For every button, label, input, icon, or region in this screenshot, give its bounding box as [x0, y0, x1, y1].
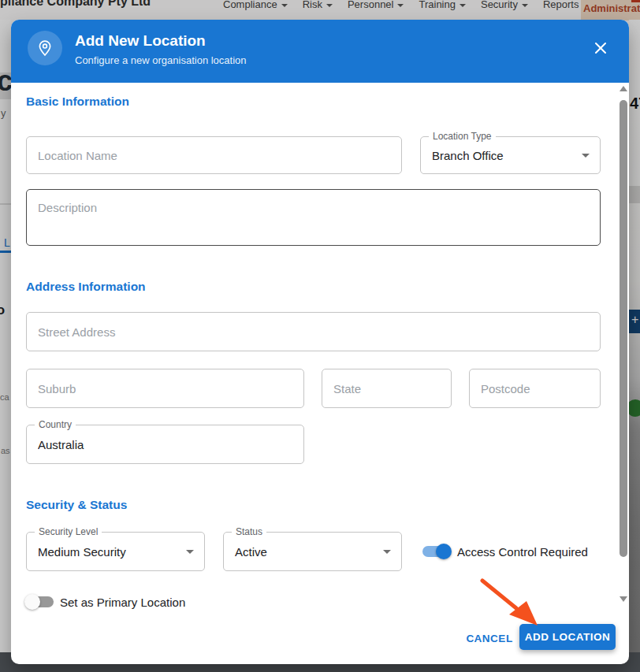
close-icon[interactable]	[588, 35, 613, 61]
status-label: Status	[232, 526, 266, 537]
dialog-header: Add New Location Configure a new organis…	[11, 20, 629, 83]
postcode-field[interactable]	[469, 369, 601, 408]
location-pin-icon	[28, 31, 62, 65]
country-input[interactable]	[27, 425, 303, 463]
state-field[interactable]	[322, 369, 452, 408]
access-control-toggle[interactable]	[422, 546, 449, 557]
modal-scrollbar[interactable]	[619, 86, 628, 659]
postcode-input[interactable]	[470, 369, 600, 407]
dropdown-arrow-icon	[186, 550, 194, 554]
toggle-thumb	[436, 544, 452, 559]
state-input[interactable]	[322, 369, 451, 407]
screen: pliance Company Pty Ltd Compliance Risk …	[0, 0, 640, 672]
location-type-select[interactable]: Location Type Branch Office	[420, 136, 601, 174]
toggle-thumb	[24, 594, 40, 610]
primary-location-toggle[interactable]	[27, 596, 54, 607]
location-name-input[interactable]	[27, 137, 401, 173]
dialog-title: Add New Location	[75, 32, 206, 50]
status-value: Active	[235, 545, 267, 559]
location-name-field[interactable]	[26, 136, 402, 174]
scrollbar-thumb[interactable]	[620, 100, 627, 557]
add-location-dialog: Add New Location Configure a new organis…	[11, 20, 629, 664]
add-location-button[interactable]: ADD LOCATION	[519, 624, 616, 650]
location-type-label: Location Type	[429, 131, 496, 142]
primary-location-label: Set as Primary Location	[60, 596, 185, 609]
security-level-select[interactable]: Security Level Medium Security	[26, 532, 205, 571]
description-field[interactable]	[26, 189, 601, 246]
suburb-field[interactable]	[26, 369, 304, 408]
section-heading-security: Security & Status	[26, 498, 127, 512]
street-address-field[interactable]	[26, 312, 601, 351]
location-type-value: Branch Office	[432, 149, 504, 162]
dropdown-arrow-icon	[582, 154, 590, 158]
description-textarea[interactable]	[27, 190, 600, 245]
street-address-input[interactable]	[27, 313, 600, 351]
section-heading-address: Address Information	[26, 280, 146, 294]
dialog-subtitle: Configure a new organisation location	[75, 54, 247, 66]
status-select[interactable]: Status Active	[223, 532, 402, 571]
cancel-button[interactable]: CANCEL	[467, 626, 512, 650]
access-control-label: Access Control Required	[457, 545, 588, 559]
security-level-label: Security Level	[35, 526, 102, 537]
suburb-input[interactable]	[27, 369, 303, 407]
scroll-up-icon[interactable]	[620, 86, 627, 91]
dropdown-arrow-icon	[383, 550, 391, 554]
scroll-down-icon[interactable]	[620, 596, 627, 602]
section-heading-basic: Basic Information	[26, 95, 129, 109]
security-level-value: Medium Security	[38, 545, 126, 559]
country-field[interactable]: Country	[26, 425, 304, 464]
